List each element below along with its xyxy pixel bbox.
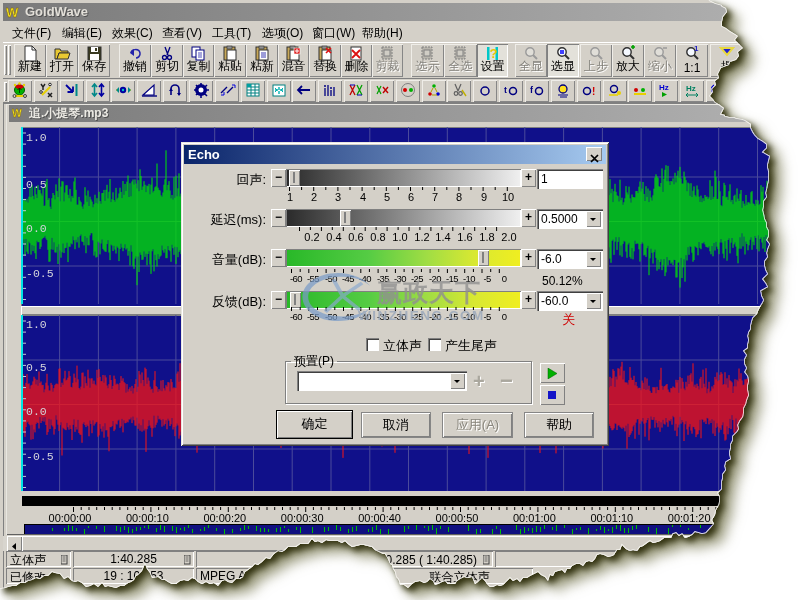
svg-text:-0.5: -0.5	[26, 267, 54, 280]
svg-text:-0.5: -0.5	[26, 450, 54, 463]
svg-text:W: W	[12, 108, 22, 119]
svg-text:1.0: 1.0	[26, 318, 47, 331]
svg-text:0.5: 0.5	[26, 361, 47, 374]
svg-text:0.0: 0.0	[26, 222, 47, 235]
svg-text:0.5: 0.5	[26, 178, 47, 191]
svg-text:Hz: Hz	[686, 84, 696, 93]
svg-text:1.0: 1.0	[26, 131, 47, 144]
svg-text:t: t	[504, 85, 507, 95]
svg-text:Hz: Hz	[659, 83, 669, 92]
svg-text:1: 1	[694, 45, 699, 53]
svg-text:0.0: 0.0	[26, 405, 47, 418]
svg-text:W: W	[6, 5, 19, 19]
svg-text:!: !	[592, 86, 595, 97]
svg-text:f: f	[530, 85, 534, 95]
